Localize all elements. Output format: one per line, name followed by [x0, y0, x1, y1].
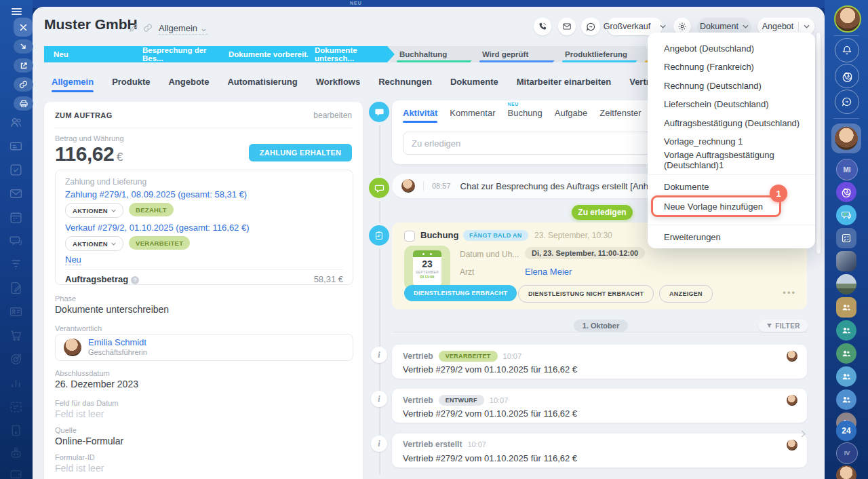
tab-rechnungen[interactable]: Rechnungen — [378, 77, 432, 92]
team-green-button[interactable] — [836, 343, 856, 364]
edit-title-icon[interactable] — [129, 23, 138, 33]
feed-entry[interactable]: Vertrieb VERARBEITET 10:07 Vertrieb #279… — [392, 345, 807, 379]
feed-entry[interactable]: Vertrieb ENTWURF 10:07 Vertrieb #279/2 v… — [392, 389, 807, 423]
team-gold-button[interactable] — [836, 297, 856, 318]
wallet-icon[interactable] — [9, 467, 23, 479]
feed-entry[interactable]: Vertrieb erstellt 10:07 Vertrieb #279/2 … — [392, 434, 807, 467]
funnel-icon — [766, 323, 772, 329]
filter-button[interactable]: FILTER — [758, 320, 808, 332]
chats-icon[interactable] — [9, 234, 23, 248]
tab-dokumente[interactable]: Dokumente — [450, 77, 498, 92]
contacts-icon[interactable] — [9, 115, 23, 130]
tab-produkte[interactable]: Produkte — [112, 77, 150, 92]
mail-icon[interactable] — [9, 187, 23, 201]
team-blue-button[interactable] — [836, 389, 856, 410]
document-edit-icon[interactable] — [9, 281, 23, 295]
feed-tab-zeitfenster[interactable]: Zeitfenster — [599, 108, 641, 123]
todo-action-button[interactable]: Zu erledigen — [572, 205, 633, 220]
id-card-icon[interactable] — [9, 305, 23, 319]
booking-checkbox[interactable] — [404, 231, 415, 242]
user-avatar-iv[interactable]: IV — [836, 442, 858, 464]
tab-allgemein[interactable]: Allgemein — [52, 77, 94, 92]
menu-item-lieferschein[interactable]: Lieferschein (Deutschland) — [648, 96, 815, 111]
funnel-icon[interactable] — [9, 257, 23, 271]
copy-link-icon[interactable] — [143, 23, 153, 33]
email-button[interactable] — [558, 18, 576, 35]
menu-item-erweiterungen[interactable]: Erweiterungen — [648, 229, 815, 244]
target-icon[interactable] — [9, 352, 23, 366]
task-check-icon[interactable] — [9, 163, 23, 177]
owner-name[interactable]: Emilia Schmidt — [88, 337, 146, 347]
link-button[interactable] — [14, 77, 33, 92]
tab-automatisierung[interactable]: Automatisierung — [227, 77, 297, 92]
doctor-link[interactable]: Elena Meier — [525, 267, 572, 277]
menu-item-angebot-deutschland[interactable]: Angebot (Deutschland) — [648, 41, 815, 56]
device-icon[interactable] — [9, 423, 23, 438]
menu-item-vorlage-rechnung[interactable]: Vorlage_rechnung 1 — [648, 134, 815, 149]
team-teal-button[interactable] — [836, 320, 856, 341]
checklist-app-button[interactable] — [836, 228, 856, 248]
booking-section-icon — [369, 225, 389, 246]
chat-outline-icon — [374, 183, 384, 193]
bell-icon — [842, 45, 852, 56]
close-button[interactable] — [14, 18, 33, 37]
calendar-day-badge[interactable]: 24 — [836, 421, 856, 441]
notifications-button[interactable] — [835, 38, 859, 62]
active-user-highlight[interactable] — [831, 123, 861, 153]
tab-mitarbeiter-einarbeiten[interactable]: Mitarbeiter einarbeiten — [517, 77, 611, 92]
new-payment-link[interactable]: Neu — [65, 254, 81, 265]
calendar-icon[interactable] — [9, 210, 23, 225]
current-user-avatar[interactable] — [834, 5, 861, 33]
menu-item-dokumente[interactable]: Dokumente — [648, 179, 815, 194]
menu-item-rechnung-frankreich[interactable]: Rechnung (Frankreich) — [648, 59, 815, 74]
menu-item-vorlage-auftragsbestaetigung[interactable]: Vorlage Auftragsbestätigung (Deutschland… — [648, 153, 815, 168]
user-avatar[interactable] — [836, 465, 856, 479]
avatar — [401, 179, 415, 193]
call-button[interactable] — [534, 18, 551, 35]
main-scrollbar[interactable] — [816, 33, 821, 254]
people-icon — [841, 325, 852, 336]
team-lightblue-button[interactable] — [836, 366, 856, 387]
user-avatar-mi[interactable]: MI — [836, 159, 858, 180]
app-root: { "chrome": { "top_badge": "NEU" }, "hea… — [0, 0, 868, 479]
chat-history-button[interactable] — [835, 90, 859, 114]
feed-tab-aktivitaet[interactable]: Aktivität — [403, 108, 437, 123]
payment-received-button[interactable]: ZAHLUNG ERHALTEN — [249, 144, 352, 161]
help-icon[interactable]: ? — [131, 276, 139, 284]
menu-item-rechnung-deutschland[interactable]: Rechnung (Deutschland) — [648, 78, 815, 93]
workspace-photo-avatar[interactable] — [836, 251, 856, 271]
service-provided-button[interactable]: DIENSTLEISTUNG ERBRACHT — [404, 285, 517, 301]
menu-icon[interactable] — [12, 8, 22, 15]
chat-workspace-button[interactable] — [836, 205, 856, 225]
feed-tab-kommentar[interactable]: Kommentar — [450, 108, 495, 123]
owner-card[interactable]: Emilia Schmidt Geschäftsführerin — [55, 334, 353, 361]
bar-chart-icon[interactable] — [9, 376, 23, 390]
spiral-app-button[interactable] — [835, 64, 859, 88]
tab-workflows[interactable]: Workflows — [316, 77, 361, 92]
more-options-button[interactable]: ••• — [783, 288, 796, 298]
service-not-provided-button[interactable]: DIENSTLEISTUNG NICHT ERBRACHT — [518, 285, 654, 303]
calendar-plan-icon[interactable] — [9, 400, 23, 414]
feed-tab-buchung[interactable]: NEUBuchung — [508, 108, 542, 123]
avatar-initials: IV — [844, 450, 850, 457]
card-reader-icon[interactable] — [9, 139, 23, 153]
workspace-photo-avatar[interactable] — [836, 274, 856, 294]
context-select[interactable]: Allgemein⌄ — [159, 23, 208, 35]
feed-tab-aufgabe[interactable]: Aufgabe — [555, 108, 587, 123]
aktionen-button[interactable]: AKTIONEN — [65, 203, 123, 218]
tab-angebote[interactable]: Angebote — [168, 77, 209, 92]
bot-icon[interactable] — [9, 446, 23, 461]
show-button[interactable]: ANZEIGEN — [659, 285, 713, 303]
payment-link[interactable]: Zahlung #279/1, 08.09.2025 (gesamt: 58,3… — [65, 189, 247, 199]
aktionen-button[interactable]: AKTIONEN — [65, 236, 123, 251]
chat-log-button[interactable] — [581, 18, 600, 35]
edit-link[interactable]: bearbeiten — [313, 111, 352, 120]
payment-link[interactable]: Verkauf #279/2, 01.10.2025 (gesamt: 116,… — [65, 223, 250, 233]
external-link-button[interactable] — [14, 58, 33, 73]
menu-item-auftragsbestaetigung[interactable]: Auftragsbestätigung (Deutschland) — [648, 115, 815, 130]
menu-item-neue-vorlage-highlighted[interactable]: Neue Vorlage hinzufügen — [651, 195, 781, 217]
spiral-workspace-button[interactable] — [836, 182, 856, 202]
inbox-arrow-button[interactable] — [14, 39, 33, 54]
cart-icon[interactable] — [9, 328, 23, 343]
print-button[interactable] — [14, 96, 33, 111]
